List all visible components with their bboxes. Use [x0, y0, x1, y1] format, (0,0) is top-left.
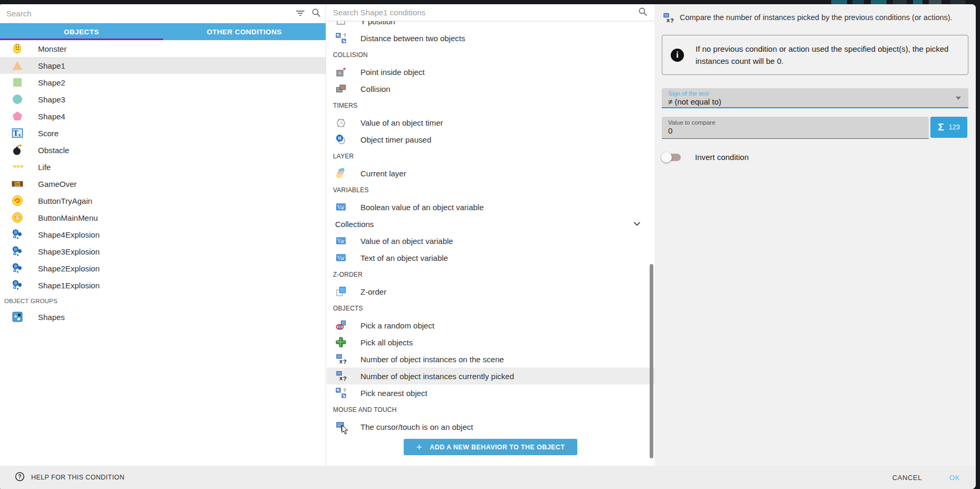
object-groups-header: OBJECT GROUPS	[0, 294, 326, 308]
condition-label: Number of object instances currently pic…	[360, 372, 514, 381]
sign-of-test-select[interactable]: Sign of the test ≠ (not equal to)	[662, 88, 968, 108]
object-item-shape1[interactable]: Shape1	[0, 57, 326, 74]
svg-text:x: x	[339, 375, 343, 381]
svg-text:?: ?	[344, 388, 346, 393]
tab-other-conditions[interactable]: OTHER CONDITIONS	[163, 23, 326, 40]
condition-item[interactable]: x?Number of object instances on the scen…	[327, 351, 654, 368]
pick-random-icon	[334, 318, 348, 332]
object-item-obstacle[interactable]: Obstacle	[0, 142, 326, 158]
expression-editor-button[interactable]: Σ 123	[930, 117, 967, 138]
variable-icon: Var	[334, 234, 348, 248]
object-item-gameover[interactable]: GAMEOVERGameOver	[0, 175, 326, 192]
condition-item[interactable]: Point inside object	[327, 63, 654, 80]
sigma-icon: Σ	[938, 121, 944, 133]
condition-label: Y position	[360, 21, 395, 26]
condition-item[interactable]: VarValue of an object variable	[327, 232, 654, 249]
object-label: Score	[38, 129, 59, 138]
condition-description: Compare the number of instances picked b…	[680, 12, 953, 22]
invert-condition-toggle[interactable]	[663, 154, 681, 161]
expander-collections[interactable]: Collections	[327, 215, 654, 232]
condition-item[interactable]: Y position	[327, 21, 654, 30]
toggle-knob	[661, 152, 672, 163]
cancel-button[interactable]: CANCEL	[892, 474, 922, 482]
square-icon	[11, 76, 24, 89]
scrollbar-thumb[interactable]	[650, 264, 653, 458]
object-item-buttonmainmenu[interactable]: ButtonMainMenu	[0, 209, 326, 226]
object-label: GameOver	[38, 180, 77, 189]
condition-label: Boolean value of an object variable	[360, 203, 484, 212]
tab-objects[interactable]: OBJECTS	[0, 23, 163, 40]
help-icon: ?	[15, 472, 25, 484]
condition-item[interactable]: Collision	[327, 80, 654, 97]
bomb-icon	[11, 143, 24, 157]
condition-label: Distance between two objects	[360, 34, 465, 43]
condition-item[interactable]: The cursor/touch is on an object	[327, 418, 654, 435]
pentagon-icon	[11, 109, 24, 123]
object-item-score[interactable]: TxScore	[0, 125, 326, 142]
condition-item[interactable]: Current layer	[327, 165, 654, 182]
svg-text:?: ?	[18, 474, 21, 479]
object-item-shape3explosion[interactable]: Shape3Explosion	[0, 243, 326, 260]
condition-item[interactable]: Object timer paused	[327, 131, 654, 148]
condition-search-input[interactable]	[327, 4, 654, 21]
info-text: If no previous condition or action used …	[696, 43, 959, 67]
object-item-shape3[interactable]: Shape3	[0, 91, 326, 108]
collision-icon	[334, 82, 348, 96]
condition-label: Pick nearest object	[360, 389, 427, 398]
timer-paused-icon	[334, 133, 348, 146]
svg-text:x: x	[667, 17, 670, 23]
object-item-shape4explosion[interactable]: Shape4Explosion	[0, 226, 326, 243]
condition-editor-dialog: OBJECTSOTHER CONDITIONS MonsterShape1Sha…	[0, 4, 976, 489]
sign-of-test-label: Sign of the test	[668, 90, 962, 97]
add-behavior-button[interactable]: + ADD A NEW BEHAVIOR TO THE OBJECT	[404, 439, 577, 455]
cursor-on-object-icon	[334, 420, 348, 434]
object-item-buttontryagain[interactable]: ButtonTryAgain	[0, 192, 326, 209]
condition-label: Value of an object variable	[360, 237, 453, 246]
gameover-icon: GAMEOVER	[11, 177, 24, 191]
object-label: Shape3	[38, 95, 65, 104]
filter-icon[interactable]	[295, 7, 306, 20]
object-tabs: OBJECTSOTHER CONDITIONS	[0, 23, 326, 40]
condition-parameters-panel: x? Compare the number of instances picke…	[654, 4, 976, 466]
object-search-input[interactable]	[0, 4, 326, 23]
particles-icon	[11, 228, 24, 241]
condition-item[interactable]: Pick all objects	[327, 334, 654, 351]
condition-label: Point inside object	[360, 68, 425, 77]
value-to-compare-field[interactable]: Value to compare	[662, 117, 929, 139]
condition-label: Pick a random object	[360, 321, 434, 330]
variable-icon: Var	[334, 251, 348, 265]
object-item-monster[interactable]: Monster	[0, 40, 326, 57]
object-item-life[interactable]: Life	[0, 158, 326, 175]
object-group-icon	[11, 310, 24, 324]
object-label: Shape1Explosion	[38, 281, 100, 290]
section-header-layer: LAYER	[327, 148, 654, 165]
condition-label: Pick all objects	[360, 338, 413, 347]
svg-text:x: x	[18, 132, 21, 137]
object-item-shape1explosion[interactable]: Shape1Explosion	[0, 277, 326, 294]
chevron-down-icon	[632, 219, 642, 231]
search-icon	[311, 7, 321, 20]
value-to-compare-label: Value to compare	[668, 119, 922, 126]
circle-icon	[11, 92, 24, 106]
text-object-icon: Tx	[11, 126, 24, 140]
object-item-shape4[interactable]: Shape4	[0, 108, 326, 125]
condition-item[interactable]: VarText of an object variable	[327, 249, 654, 266]
help-button[interactable]: ? HELP FOR THIS CONDITION	[15, 472, 125, 484]
ok-button[interactable]: OK	[949, 474, 960, 482]
condition-item[interactable]: Value of an object timer	[327, 114, 654, 131]
object-group-item-shapes[interactable]: Shapes	[0, 308, 326, 325]
condition-search-bar	[327, 4, 654, 21]
object-label: ButtonTryAgain	[38, 196, 92, 205]
object-item-shape2explosion[interactable]: Shape2Explosion	[0, 260, 326, 277]
condition-item[interactable]: x?Number of object instances currently p…	[327, 368, 654, 384]
plus-icon: +	[416, 442, 423, 452]
condition-label: Current layer	[360, 169, 406, 178]
condition-item[interactable]: Pick a random object	[327, 317, 654, 334]
retry-button-icon	[11, 194, 24, 208]
condition-item[interactable]: ?Distance between two objects	[327, 30, 654, 46]
condition-item[interactable]: ?Pick nearest object	[327, 384, 654, 401]
condition-item[interactable]: Z-order	[327, 283, 654, 300]
value-to-compare-input[interactable]	[668, 126, 922, 135]
condition-item[interactable]: VarBoolean value of an object variable	[327, 199, 654, 215]
object-item-shape2[interactable]: Shape2	[0, 74, 326, 91]
